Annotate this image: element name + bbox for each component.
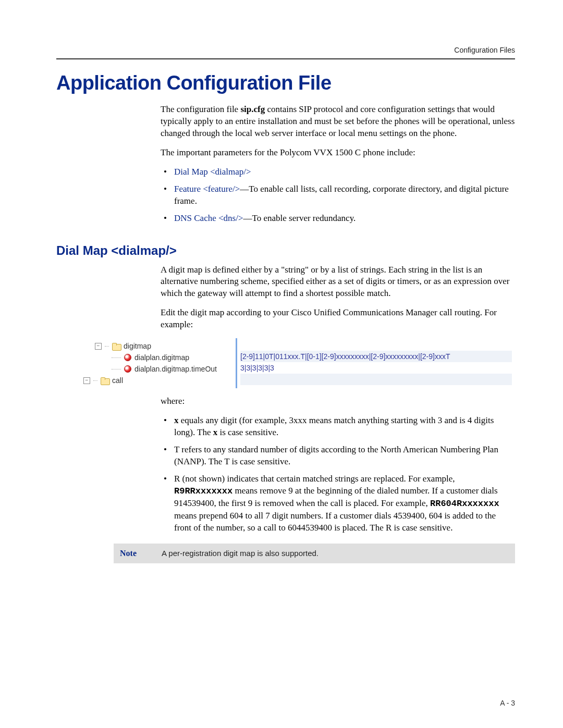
page: Configuration Files Application Configur…: [0, 0, 563, 728]
dialmap-p2: Edit the digit map according to your Cis…: [161, 307, 515, 331]
where-x-text2: is case sensitive.: [217, 427, 278, 437]
intro-p1-a: The configuration file: [161, 104, 240, 114]
value-row-blank2: [240, 374, 512, 385]
tree-connector: [112, 369, 121, 369]
collapse-toggle-icon[interactable]: −: [83, 377, 90, 384]
tree-row-digitmap[interactable]: − digitmap: [83, 340, 234, 352]
tree-connector: [105, 346, 109, 347]
where-x-bold: x: [174, 415, 179, 425]
tree-row-dialplan-digitmap[interactable]: dialplan.digitmap: [83, 352, 234, 363]
note-label: Note: [120, 549, 162, 558]
tree-row-call[interactable]: − call: [83, 375, 234, 386]
where-r-code1: R9RRxxxxxxx: [174, 486, 232, 496]
where-item-t: T refers to any standard number of digit…: [161, 444, 515, 468]
link-dns[interactable]: DNS Cache <dns/>: [174, 213, 243, 223]
intro-block: The configuration file sip.cfg contains …: [161, 104, 515, 225]
param-item-dns: DNS Cache <dns/>—To enable server redund…: [161, 213, 515, 225]
leaf-icon: [124, 365, 131, 373]
page-title: Application Configuration File: [56, 72, 515, 94]
link-feature[interactable]: Feature <feature/>: [174, 184, 240, 194]
tree-label-call: call: [112, 376, 123, 385]
dialmap-p1: A digit map is defined either by a "stri…: [161, 264, 515, 300]
tree-label-dialplan-digitmap-timeout: dialplan.digitmap.timeOut: [134, 365, 217, 373]
value-pane: [2-9]11|0T|011xxx.T|[0-1][2-9]xxxxxxxxx|…: [236, 338, 515, 388]
page-number: A - 3: [500, 699, 515, 707]
digitmap-tree-snapshot: − digitmap dialplan.digitmap dialplan.di…: [79, 338, 515, 388]
collapse-toggle-icon[interactable]: −: [95, 343, 102, 350]
where-r-a: R (not shown) indicates that certain mat…: [174, 474, 455, 484]
link-dialmap[interactable]: Dial Map <dialmap/>: [174, 167, 251, 177]
where-r-e: means prepend 604 to all 7 digit numbers…: [174, 511, 496, 533]
param-item-feature: Feature <feature/>—To enable call lists,…: [161, 183, 515, 207]
intro-p1-filename: sip.cfg: [240, 104, 265, 114]
param-item-dialmap: Dial Map <dialmap/>: [161, 166, 515, 178]
intro-p2: The important parameters for the Polycom…: [161, 147, 515, 159]
where-block: where: x equals any digit (for example, …: [161, 396, 515, 534]
header-rule: [56, 58, 515, 59]
tree-row-dialplan-digitmap-timeout[interactable]: dialplan.digitmap.timeOut: [83, 363, 234, 375]
value-row-blank1: [240, 339, 512, 351]
tree-label-dialplan-digitmap: dialplan.digitmap: [134, 353, 189, 362]
where-list: x equals any digit (for example, 3xxx me…: [161, 415, 515, 534]
where-r-code2: RR604Rxxxxxxx: [430, 499, 499, 509]
folder-icon: [112, 343, 120, 350]
tree-pane: − digitmap dialplan.digitmap dialplan.di…: [79, 338, 236, 388]
value-row-digitmap[interactable]: [2-9]11|0T|011xxx.T|[0-1][2-9]xxxxxxxxx|…: [240, 351, 512, 362]
running-header: Configuration Files: [56, 46, 515, 54]
where-item-x: x equals any digit (for example, 3xxx me…: [161, 415, 515, 439]
tree-label-digitmap: digitmap: [124, 342, 151, 350]
tree-connector: [112, 357, 121, 358]
where-x-bold2: x: [213, 427, 218, 437]
intro-p1: The configuration file sip.cfg contains …: [161, 104, 515, 140]
section-dialmap-heading: Dial Map <dialmap/>: [56, 243, 515, 258]
leaf-icon: [124, 354, 131, 361]
param-item-dns-rest: —To enable server redundancy.: [243, 213, 356, 223]
dialmap-intro: A digit map is defined either by a "stri…: [161, 264, 515, 331]
note-block: Note A per-registration digit map is als…: [114, 544, 515, 563]
tree-connector: [93, 380, 97, 381]
value-row-timeout[interactable]: 3|3|3|3|3|3: [240, 362, 512, 374]
where-lead: where:: [161, 396, 515, 408]
note-text: A per-registration digit map is also sup…: [162, 549, 509, 558]
folder-icon: [101, 377, 109, 384]
where-item-r: R (not shown) indicates that certain mat…: [161, 473, 515, 534]
param-list: Dial Map <dialmap/> Feature <feature/>—T…: [161, 166, 515, 225]
